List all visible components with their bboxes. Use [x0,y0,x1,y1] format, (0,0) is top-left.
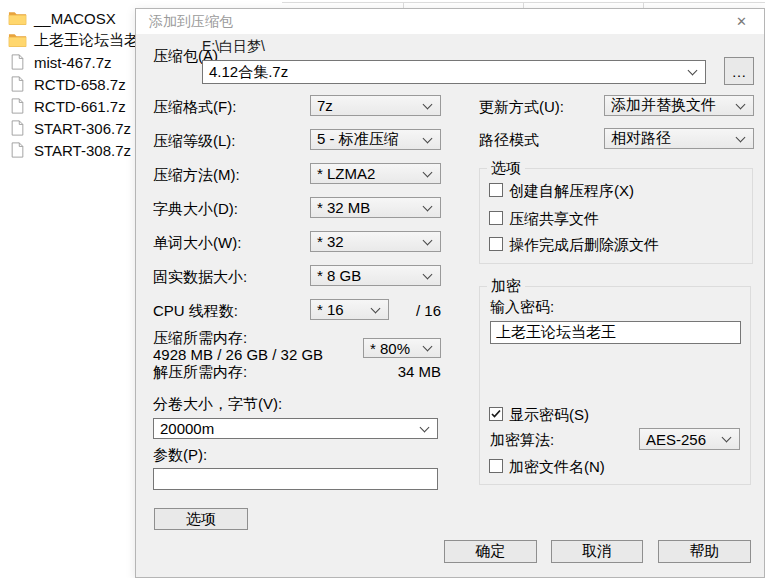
update-mode-label: 更新方式(U): [479,98,564,115]
cancel-button-label: 取消 [582,542,612,561]
sfx-checkbox-label[interactable]: 创建自解压程序(X) [509,182,634,199]
file-name: START-306.7z [34,120,131,137]
path-mode-label: 路径模式 [479,131,539,148]
update-mode-combobox[interactable]: 添加并替换文件 [604,95,754,116]
volume-size-label: 分卷大小，字节(V): [153,395,282,412]
chevron-down-icon [423,342,433,352]
sfx-checkbox[interactable] [489,183,503,197]
file-icon [8,98,27,114]
encryption-method-label: 加密算法: [490,431,554,448]
word-size-combobox[interactable]: * 32 [310,231,441,252]
memory-compress-label: 压缩所需内存: [153,329,247,346]
chevron-down-icon [688,66,698,76]
chevron-down-icon [736,99,746,109]
encryption-method-combobox[interactable]: AES-256 [639,428,740,450]
ok-button-label: 确定 [476,542,506,561]
shared-files-checkbox[interactable] [489,211,503,225]
chevron-down-icon [722,433,732,443]
chevron-down-icon [423,235,433,245]
help-button[interactable]: 帮助 [658,540,751,563]
encryption-group-title: 加密 [487,278,525,294]
close-button[interactable]: ✕ [719,9,764,34]
options-button-label: 选项 [186,510,216,529]
browse-button[interactable]: … [724,57,754,85]
encrypt-filenames-checkbox-label[interactable]: 加密文件名(N) [509,458,605,475]
list-item[interactable]: START-306.7z [8,117,131,139]
cancel-button[interactable]: 取消 [551,540,643,563]
list-item[interactable]: mist-467.7z [8,51,112,73]
list-item[interactable]: RCTD-658.7z [8,73,126,95]
archive-name-value: 4.12合集.7z [209,63,288,82]
path-mode-combobox[interactable]: 相对路径 [604,128,754,149]
chevron-down-icon [423,167,433,177]
file-icon [8,54,27,70]
format-combobox[interactable]: 7z [310,95,441,116]
password-label: 输入密码: [490,298,554,315]
volume-size-combobox[interactable]: 20000m [153,418,438,439]
word-size-label: 单词大小(W): [153,234,241,251]
file-name: START-308.7z [34,142,131,159]
memory-decompress-label: 解压所需内存: [153,363,247,380]
solid-block-value: * 8 GB [317,267,361,284]
close-icon: ✕ [736,14,747,29]
memory-percent-combobox[interactable]: * 80% [363,338,441,358]
parameters-input[interactable] [153,468,438,490]
chevron-down-icon [736,132,746,142]
password-input[interactable] [490,321,741,344]
update-mode-value: 添加并替换文件 [611,96,716,115]
dialog-titlebar[interactable]: 添加到压缩包 ✕ [136,9,764,34]
options-group-title: 选项 [487,160,525,176]
level-combobox[interactable]: 5 - 标准压缩 [310,129,441,150]
file-icon [8,142,27,158]
method-value: * LZMA2 [317,165,375,182]
ok-button[interactable]: 确定 [444,540,537,563]
list-item[interactable]: 上老王论坛当老王 [8,29,154,51]
chevron-down-icon [423,133,433,143]
list-item[interactable]: __MACOSX [8,7,116,29]
format-value: 7z [317,97,333,114]
folder-icon [8,10,27,26]
word-size-value: * 32 [317,233,344,250]
folder-icon [8,32,27,48]
memory-percent-value: * 80% [370,340,410,357]
volume-size-value: 20000m [160,420,214,437]
show-password-checkbox[interactable] [489,407,503,421]
archive-dir-path: E:\白日梦\ [202,38,265,56]
dictionary-label: 字典大小(D): [153,200,238,217]
file-name: mist-467.7z [34,54,112,71]
file-name: RCTD-661.7z [34,98,126,115]
list-item[interactable]: RCTD-661.7z [8,95,126,117]
delete-after-checkbox-label[interactable]: 操作完成后删除源文件 [509,236,659,253]
chevron-down-icon [423,269,433,279]
encryption-group [479,286,751,485]
method-label: 压缩方法(M): [153,166,240,183]
chevron-down-icon [423,201,433,211]
show-password-checkbox-label[interactable]: 显示密码(S) [509,406,589,423]
file-icon [8,76,27,92]
parameters-label: 参数(P): [153,446,207,463]
encrypt-filenames-checkbox[interactable] [489,459,503,473]
archive-name-combobox[interactable]: 4.12合集.7z [202,60,706,84]
options-button[interactable]: 选项 [154,508,248,530]
encryption-method-value: AES-256 [646,431,706,448]
level-value: 5 - 标准压缩 [317,130,399,149]
delete-after-checkbox[interactable] [489,237,503,251]
file-name: RCTD-658.7z [34,76,126,93]
memory-compress-value: 4928 MB / 26 GB / 32 GB [153,346,323,363]
cpu-threads-max: / 16 [376,302,441,319]
solid-block-label: 固实数据大小: [153,268,247,285]
method-combobox[interactable]: * LZMA2 [310,163,441,184]
file-icon [8,120,27,136]
dialog-title: 添加到压缩包 [149,9,233,34]
file-name: __MACOSX [34,10,116,27]
dictionary-value: * 32 MB [317,199,370,216]
solid-block-combobox[interactable]: * 8 GB [310,265,441,286]
help-button-label: 帮助 [690,542,720,561]
chevron-down-icon [420,422,430,432]
browse-button-label: … [732,63,747,80]
list-item[interactable]: START-308.7z [8,139,131,161]
path-mode-value: 相对路径 [611,129,671,148]
level-label: 压缩等级(L): [153,132,236,149]
shared-files-checkbox-label[interactable]: 压缩共享文件 [509,210,599,227]
dictionary-combobox[interactable]: * 32 MB [310,197,441,218]
